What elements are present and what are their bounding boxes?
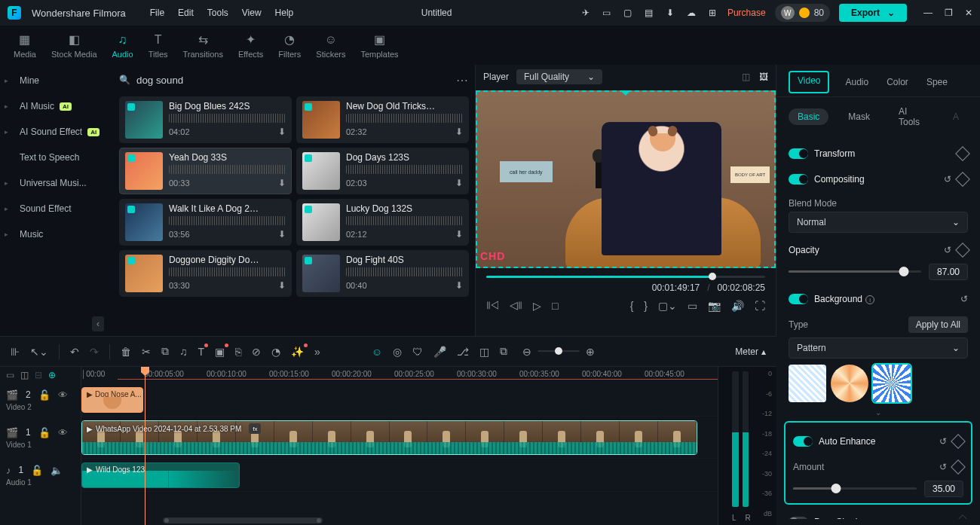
delete-icon[interactable]: 🗑 <box>121 346 131 358</box>
send-icon[interactable]: ✈ <box>580 7 592 19</box>
libtab-audio[interactable]: ♫Audio <box>112 32 133 59</box>
download-icon[interactable]: ⬇ <box>455 229 463 240</box>
asset-item[interactable]: Doggone Diggity Dog ... 03:30⬇ <box>119 250 292 297</box>
transform-toggle[interactable] <box>789 148 808 159</box>
save-icon[interactable]: ▤ <box>643 7 655 19</box>
keyframe-icon[interactable] <box>955 514 970 519</box>
download-icon[interactable]: ⬇ <box>455 280 463 291</box>
step-back-icon[interactable]: ◁⦀ <box>510 299 522 312</box>
cat-sound-effect[interactable]: ▸Sound Effect <box>3 196 110 221</box>
display-icon[interactable]: ▭ <box>688 300 697 312</box>
magnet-icon[interactable]: ⊪ <box>11 346 20 358</box>
mixer-icon[interactable]: ⎇ <box>457 346 469 358</box>
download-icon[interactable]: ⬇ <box>455 127 463 137</box>
split-icon[interactable]: ✂ <box>142 346 151 358</box>
blend-mode-select[interactable]: Normal⌄ <box>789 212 968 233</box>
play-icon[interactable]: ▷ <box>533 300 541 312</box>
lock-icon[interactable]: 🔓 <box>31 465 43 476</box>
zoom-in-icon[interactable]: ⊕ <box>586 346 595 358</box>
lock-icon[interactable]: 🔓 <box>38 389 51 401</box>
ai-icon[interactable]: ✨ <box>291 346 304 358</box>
screen-icon[interactable]: ▢ <box>622 7 634 19</box>
opacity-value[interactable]: 87.00 <box>929 264 968 280</box>
shield-icon[interactable]: 🛡 <box>412 346 423 358</box>
download-icon[interactable]: ⬇ <box>278 229 286 240</box>
link-icon[interactable]: ⧉ <box>500 345 507 358</box>
clip-audio1[interactable]: ▶Wild Dogs 123 <box>81 462 240 488</box>
cloud-down-icon[interactable]: ⬇ <box>664 7 676 19</box>
download-icon[interactable]: ⬇ <box>278 127 286 137</box>
tl-undo-icon[interactable]: ↶ <box>70 346 79 358</box>
undo-icon[interactable]: ↺ <box>944 245 951 255</box>
eye-icon[interactable]: 👁 <box>58 427 68 438</box>
asset-item[interactable]: Yeah Dog 33S 00:33⬇ <box>119 148 292 194</box>
prop-sub-basic[interactable]: Basic <box>789 108 828 125</box>
undo-icon[interactable]: ↺ <box>939 462 947 472</box>
amount-value[interactable]: 35.00 <box>924 481 963 497</box>
prop-tab-speed[interactable]: Spee <box>924 74 950 90</box>
record-icon[interactable]: ◎ <box>393 346 402 358</box>
ratio-icon[interactable]: ▢⌄ <box>658 300 677 312</box>
libtab-effects[interactable]: ✦Effects <box>238 32 263 59</box>
snapshot-icon[interactable]: 📷 <box>708 300 721 312</box>
crop-icon[interactable]: ⧉ <box>161 345 169 358</box>
preview-seekbar[interactable] <box>486 276 765 278</box>
libtab-stock-media[interactable]: ◧Stock Media <box>51 32 97 59</box>
menu-file[interactable]: File <box>150 8 164 18</box>
menu-tools[interactable]: Tools <box>207 8 228 18</box>
background-toggle[interactable] <box>789 294 808 304</box>
zoom-slider[interactable] <box>537 350 580 353</box>
cat-ai-music[interactable]: ▸AI MusicAI <box>3 93 110 119</box>
th-tool-1-icon[interactable]: ▭ <box>6 370 14 380</box>
libtab-templates[interactable]: ▣Templates <box>360 32 398 59</box>
maximize-icon[interactable]: ❐ <box>945 8 953 18</box>
th-tool-3-icon[interactable]: ⊟ <box>35 370 42 380</box>
video-preview[interactable]: call her daddy BODY OF ART CHD <box>476 90 776 268</box>
search-input[interactable] <box>136 75 332 86</box>
keyframe-icon[interactable] <box>955 146 970 161</box>
download-icon[interactable]: ⬇ <box>455 178 463 188</box>
timeline-hscroll[interactable] <box>163 517 710 523</box>
device-icon[interactable]: ▭ <box>601 7 613 19</box>
pattern-1[interactable] <box>789 365 826 402</box>
undo-icon[interactable]: ↺ <box>939 436 947 447</box>
keyframe-icon[interactable] <box>955 172 970 187</box>
quality-select[interactable]: Full Quality⌄ <box>516 69 602 84</box>
undo-icon[interactable]: ↺ <box>944 174 951 185</box>
purchase-button[interactable]: Purchase <box>727 8 766 18</box>
keyframe-icon[interactable] <box>955 243 970 258</box>
cat-ai-sound-effect[interactable]: ▸AI Sound EffectAI <box>3 119 110 145</box>
text-icon[interactable]: T <box>198 346 205 358</box>
zoom-out-icon[interactable]: ⊖ <box>522 346 531 358</box>
libtab-media[interactable]: ▦Media <box>14 32 36 59</box>
clip-video1[interactable]: ▶WhatsApp Video 2024-12-04 at 2.53.38 PM… <box>81 420 697 455</box>
cat-universal-music[interactable]: ▸Universal Musi... <box>3 170 110 196</box>
detach-icon[interactable]: ⎘ <box>235 346 241 358</box>
mark-out-icon[interactable]: } <box>644 300 648 312</box>
sidebar-collapse-button[interactable]: ‹ <box>92 316 104 331</box>
color-icon[interactable]: ◔ <box>271 346 280 358</box>
clip-video2[interactable]: ▶Dog Nose A... <box>81 387 143 413</box>
lock-icon[interactable]: 🔓 <box>38 427 51 438</box>
apps-icon[interactable]: ⊞ <box>706 7 718 19</box>
apply-to-all-button[interactable]: Apply to All <box>908 316 968 333</box>
libtab-filters[interactable]: ◔Filters <box>278 32 301 59</box>
prop-tab-color[interactable]: Color <box>884 74 911 90</box>
prop-sub-ai-tools[interactable]: AI Tools <box>890 103 933 130</box>
drop-shadow-toggle[interactable] <box>789 517 808 519</box>
cat-music[interactable]: ▸Music <box>3 221 110 247</box>
asset-item[interactable]: New Dog Old Tricks 152S 02:32⬇ <box>296 96 469 143</box>
meter-button[interactable]: Meter ▴ <box>735 346 766 357</box>
asset-item[interactable]: Walk It Like A Dog 236S 03:56⬇ <box>119 199 292 246</box>
prop-sub-more[interactable]: A <box>944 108 968 125</box>
menu-edit[interactable]: Edit <box>178 8 194 18</box>
keyframe-icon[interactable] <box>951 459 966 475</box>
prop-tab-video[interactable]: Video <box>789 71 829 93</box>
undo-icon[interactable]: ↺ <box>960 294 968 304</box>
menu-help[interactable]: Help <box>275 8 294 18</box>
asset-item[interactable]: Dog Days 123S 02:03⬇ <box>296 148 469 194</box>
download-icon[interactable]: ⬇ <box>278 280 286 291</box>
more-icon[interactable]: ⋯ <box>456 73 469 87</box>
volume-icon[interactable]: 🔊 <box>731 300 744 312</box>
mute-icon[interactable]: 🔈 <box>51 465 63 476</box>
